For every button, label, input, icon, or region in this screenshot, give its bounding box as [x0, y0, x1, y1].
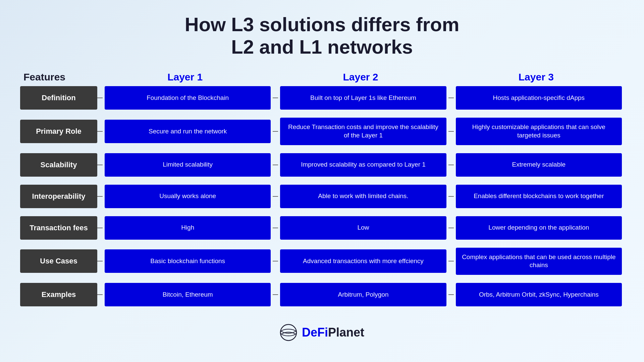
- l3-cell-0: Hosts application-specific dApps: [454, 86, 624, 110]
- connector-line-2-6: [273, 294, 278, 295]
- l3-data-3: Enables different blockchains to work to…: [456, 185, 622, 208]
- connector-line-3-1: [448, 131, 454, 132]
- l3-data-4: Lower depending on the application: [456, 216, 622, 240]
- connector-line-1-0: [97, 98, 103, 98]
- feature-cell-1: Primary Role: [20, 120, 97, 143]
- l3-data-2: Extremely scalable: [456, 153, 622, 177]
- l1-cell-2: Limited scalability: [103, 153, 273, 177]
- connector-line-2-3: [273, 196, 278, 197]
- l2-cell-2: Improved scalability as compared to Laye…: [278, 153, 448, 177]
- feature-cell-3: Interoperability: [20, 185, 97, 208]
- l1-cell-4: High: [103, 216, 273, 240]
- page-title: How L3 solutions differs from L2 and L1 …: [185, 13, 460, 58]
- l1-cell-1: Secure and run the network: [103, 120, 273, 143]
- l2-cell-3: Able to work with limited chains.: [278, 185, 448, 208]
- connector-line-2-2: [273, 165, 278, 165]
- feature-cell-2: Scalability: [20, 153, 97, 177]
- connector-line-1-3: [97, 196, 103, 197]
- connector-line-1-4: [97, 228, 103, 228]
- l2-data-0: Built on top of Layer 1s like Ethereum: [280, 86, 446, 110]
- table-row: Use Cases Basic blockchain functions Adv…: [20, 248, 624, 275]
- l3-cell-1: Highly customizable applications that ca…: [454, 118, 624, 145]
- table-row: Definition Foundation of the Blockchain …: [20, 86, 624, 110]
- footer: DeFiPlanet: [280, 324, 364, 341]
- connector-line-3-5: [448, 261, 454, 261]
- connector-line-3-3: [448, 196, 454, 197]
- l1-data-1: Secure and run the network: [105, 120, 271, 143]
- l3-cell-3: Enables different blockchains to work to…: [454, 185, 624, 208]
- table-row: Interoperability Usually works alone Abl…: [20, 185, 624, 208]
- l3-cell-2: Extremely scalable: [454, 153, 624, 177]
- connector-line-1-5: [97, 261, 103, 261]
- connector-line-2-5: [273, 261, 278, 261]
- l3-cell-4: Lower depending on the application: [454, 216, 624, 240]
- logo-icon: [280, 324, 297, 341]
- feature-cell-4: Transaction fees: [20, 216, 97, 240]
- table-row: Primary Role Secure and run the network …: [20, 118, 624, 145]
- connector-line-2-1: [273, 131, 278, 132]
- l1-cell-3: Usually works alone: [103, 185, 273, 208]
- l1-data-5: Basic blockchain functions: [105, 249, 271, 273]
- logo-text: DeFiPlanet: [302, 325, 364, 340]
- l2-cell-4: Low: [278, 216, 448, 240]
- l1-cell-5: Basic blockchain functions: [103, 249, 273, 273]
- l1-cell-0: Foundation of the Blockchain: [103, 86, 273, 110]
- l3-data-5: Complex applications that can be used ac…: [456, 248, 622, 275]
- layer3-column-header: Layer 3: [448, 71, 624, 83]
- l2-data-5: Advanced transactions with more effcienc…: [280, 249, 446, 273]
- feature-cell-0: Definition: [20, 86, 97, 110]
- table-body: Definition Foundation of the Blockchain …: [20, 86, 624, 310]
- l2-data-2: Improved scalability as compared to Laye…: [280, 153, 446, 177]
- connector-line-2-4: [273, 228, 278, 228]
- features-column-header: Features: [20, 71, 97, 83]
- layer2-column-header: Layer 2: [273, 71, 448, 83]
- l3-data-0: Hosts application-specific dApps: [456, 86, 622, 110]
- l1-data-3: Usually works alone: [105, 185, 271, 208]
- feature-cell-6: Examples: [20, 283, 97, 306]
- l2-cell-6: Arbitrum, Polygon: [278, 283, 448, 306]
- l2-cell-5: Advanced transactions with more effcienc…: [278, 249, 448, 273]
- l2-data-6: Arbitrum, Polygon: [280, 283, 446, 306]
- l2-data-1: Reduce Transaction costs and improve the…: [280, 118, 446, 145]
- l3-data-6: Orbs, Arbitrum Orbit, zkSync, Hyperchain…: [456, 283, 622, 306]
- comparison-table: Features Layer 1 Layer 2 Layer 3 Definit…: [20, 71, 624, 310]
- table-row: Transaction fees High Low Lower dependin…: [20, 216, 624, 240]
- l2-data-4: Low: [280, 216, 446, 240]
- connector-line-3-0: [448, 98, 454, 98]
- feature-cell-5: Use Cases: [20, 249, 97, 273]
- connector-line-3-4: [448, 228, 454, 228]
- l2-cell-1: Reduce Transaction costs and improve the…: [278, 118, 448, 145]
- l3-data-1: Highly customizable applications that ca…: [456, 118, 622, 145]
- l3-cell-5: Complex applications that can be used ac…: [454, 248, 624, 275]
- l3-cell-6: Orbs, Arbitrum Orbit, zkSync, Hyperchain…: [454, 283, 624, 306]
- l1-data-0: Foundation of the Blockchain: [105, 86, 271, 110]
- connector-line-1-6: [97, 294, 103, 295]
- table-row: Scalability Limited scalability Improved…: [20, 153, 624, 177]
- table-row: Examples Bitcoin, Ethereum Arbitrum, Pol…: [20, 283, 624, 306]
- l1-data-2: Limited scalability: [105, 153, 271, 177]
- column-headers: Features Layer 1 Layer 2 Layer 3: [20, 71, 624, 83]
- connector-line-2-0: [273, 98, 278, 98]
- connector-line-1-2: [97, 165, 103, 165]
- connector-line-3-6: [448, 294, 454, 295]
- layer1-column-header: Layer 1: [97, 71, 273, 83]
- l1-cell-6: Bitcoin, Ethereum: [103, 283, 273, 306]
- l2-data-3: Able to work with limited chains.: [280, 185, 446, 208]
- l2-cell-0: Built on top of Layer 1s like Ethereum: [278, 86, 448, 110]
- connector-line-3-2: [448, 165, 454, 165]
- connector-line-1-1: [97, 131, 103, 132]
- l1-data-6: Bitcoin, Ethereum: [105, 283, 271, 306]
- l1-data-4: High: [105, 216, 271, 240]
